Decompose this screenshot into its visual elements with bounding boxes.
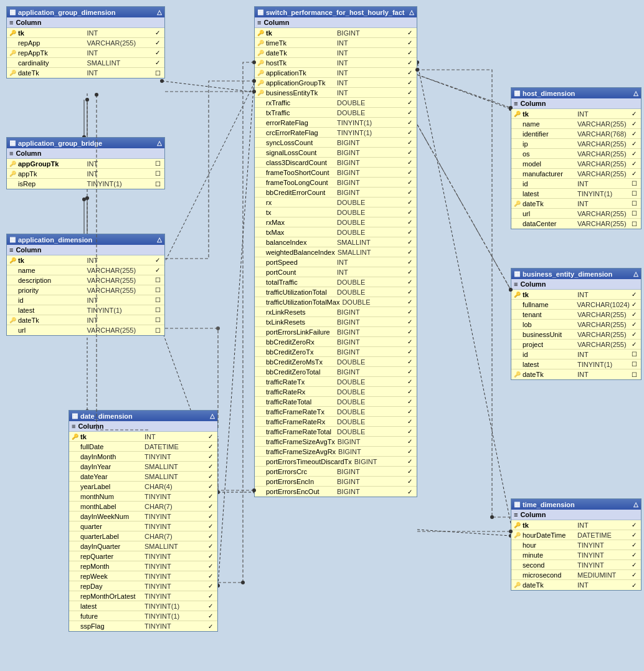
fk-icon: 🔑 [257,90,266,96]
col-type: INT [337,79,405,87]
table-title: application_group_dimension [18,9,115,16]
col-name: quarter [80,523,144,530]
pk-icon: 🔑 [9,257,18,264]
col-name: dateTk [523,200,577,207]
table-row: manufacturer VARCHAR(255) ✓ [511,169,641,179]
col-name: repWeek [80,573,144,580]
collapse-icon[interactable]: △ [157,140,162,146]
col-check: ✓ [630,531,638,538]
col-name: os [523,150,577,158]
table-row: balanceIndex SMALLINT ✓ [255,237,417,247]
col-check: ✓ [405,219,414,226]
table-row: dayInWeekNum TINYINT ✓ [69,512,217,521]
table-title: application_dimension [18,236,92,244]
svg-line-9 [162,81,255,268]
col-type: VARCHAR(255) [577,331,630,338]
table-row: yearLabel CHAR(4) ✓ [69,482,217,492]
col-name: hostTk [266,59,337,67]
table-row: portErrorsCrc BIGINT ✓ [255,467,417,477]
table-row: trafficRateRx DOUBLE ✓ [255,387,417,397]
col-name: tk [18,29,87,37]
col-check: ✓ [206,503,215,510]
col-name: sspFlag [80,622,144,630]
col-name: applicationTk [266,69,337,77]
table-icon: ▦ [514,89,520,97]
col-check: ✓ [630,170,638,177]
col-check: ✓ [405,179,414,186]
col-check: ✓ [405,249,414,255]
col-type: VARCHAR(255) [577,220,630,227]
col-name: name [18,267,87,274]
col-check: ✓ [405,378,414,385]
col-type: INT [337,259,405,266]
table-row: portCount INT ✓ [255,267,417,277]
col-name: trafficRateRx [266,388,337,396]
col-name: appTk [18,170,87,178]
col-name: monthLabel [80,503,144,510]
table-row: priority VARCHAR(255) ☐ [7,285,164,295]
col-name: portErrorsTimeoutDiscardTx [266,458,354,465]
col-name: businessUnit [523,331,577,338]
table-icon: ▦ [72,412,78,420]
col-check: ✓ [405,269,414,275]
col-type: INT [577,521,630,529]
column-subheader: ≡ Column [7,245,164,255]
collapse-icon[interactable]: △ [210,412,215,419]
table-row: trafficFrameRateTx DOUBLE ✓ [255,407,417,417]
svg-line-24 [417,62,511,523]
table-row: rxMax DOUBLE ✓ [255,217,417,227]
table-row: latest TINYINT(1) ☐ [7,305,164,315]
table-row: trafficFrameSizeAvgRx BIGINT ✓ [255,447,417,457]
col-name: dateYear [80,473,144,480]
col-check: ✓ [405,259,414,265]
col-check: ✓ [405,308,414,315]
col-name: id [18,297,87,304]
col-name: hour [523,541,577,549]
table-row: bbCreditZeroTotal BIGINT ✓ [255,367,417,377]
collapse-icon[interactable]: △ [633,90,638,97]
application-group-bridge-table: ▦ application_group_bridge △ ≡ Column 🔑 … [6,137,165,189]
col-check: ✓ [630,571,638,578]
col-check: ✓ [206,592,215,599]
col-type: VARCHAR(255) [577,140,630,148]
col-type: TINYINT [144,583,206,590]
col-name: second [523,561,577,569]
collapse-icon[interactable]: △ [633,270,638,277]
table-row: lob VARCHAR(255) ✓ [511,320,641,330]
col-name: priority [18,287,87,294]
col-type: DOUBLE [337,408,405,416]
col-check: ✓ [630,321,638,328]
collapse-icon[interactable]: △ [409,9,414,16]
col-name: repDay [80,583,144,590]
col-name: latest [523,190,577,197]
col-type: BIGINT [338,438,405,445]
table-row: trafficUtilizationTotal DOUBLE ✓ [255,287,417,297]
col-name: portSpeed [266,259,337,266]
collapse-icon[interactable]: △ [157,236,162,243]
col-type: VARCHAR(255) [87,277,154,284]
table-title: host_dimension [523,90,575,97]
collapse-icon[interactable]: △ [157,9,162,16]
column-icon: ≡ [9,150,13,157]
col-name: id [523,180,577,188]
col-check: ✓ [206,563,215,569]
col-type: INT [337,39,405,47]
table-row: 🔑 applicationGroupTk INT ✓ [255,78,417,88]
col-name: rxMax [266,219,337,226]
col-check: ☐ [630,371,638,378]
column-icon: ≡ [514,511,518,518]
column-subheader: ≡ Column [69,421,217,432]
col-name: trafficRateTotal [266,398,337,406]
table-row: 🔑 appTk INT ☐ [7,169,164,179]
col-type: INT [87,297,154,304]
col-check: ☐ [630,190,638,197]
collapse-icon[interactable]: △ [633,501,638,508]
table-row: weightedBalanceIndex SMALLINT ✓ [255,247,417,257]
col-check: ☐ [630,221,638,227]
col-type: DOUBLE [337,219,405,226]
svg-line-14 [417,75,511,109]
pk-icon: 🔑 [257,30,266,36]
table-row: repQuarter TINYINT ✓ [69,551,217,561]
col-type: INT [87,160,154,168]
col-type: BIGINT [337,318,405,326]
